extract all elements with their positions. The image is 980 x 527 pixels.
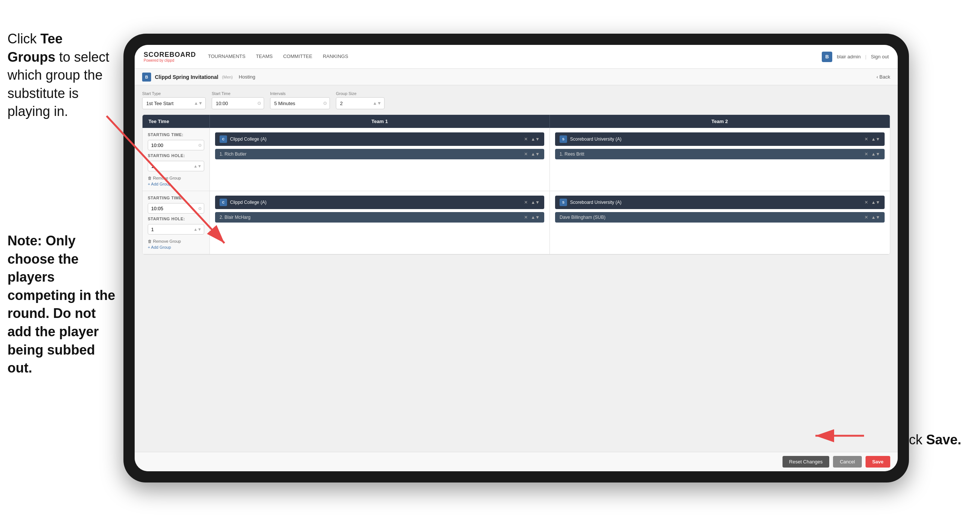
- tee-group-row: STARTING TIME: ⊙ STARTING HOLE: ▲▼: [143, 128, 890, 191]
- col-team1: Team 1: [210, 115, 550, 128]
- logo-title: SCOREBOARD: [144, 51, 196, 58]
- player-name-1-1: 1. Rich Butler: [220, 151, 247, 157]
- team2-name-1: Scoreboard University (A): [570, 137, 621, 142]
- tee-table: Tee Time Team 1 Team 2 STARTING TIME: ⊙: [142, 115, 890, 255]
- team2-name-2: Scoreboard University (A): [570, 200, 621, 205]
- starting-hole-label-1: STARTING HOLE:: [148, 153, 204, 158]
- starting-time-label-2: STARTING TIME:: [148, 196, 204, 200]
- team2-card-2[interactable]: S Scoreboard University (A) ✕ ▲▼: [555, 196, 885, 209]
- nav-rankings[interactable]: RANKINGS: [323, 52, 348, 61]
- instruction-text: Click Tee Groups to select which group t…: [0, 30, 120, 121]
- player-chevron-icon-1-2: ▲▼: [531, 215, 540, 220]
- cancel-button[interactable]: Cancel: [833, 456, 861, 468]
- player-row-right-2-2: ✕ ▲▼: [864, 215, 880, 220]
- nav-signout[interactable]: Sign out: [871, 54, 889, 59]
- reset-changes-button[interactable]: Reset Changes: [783, 456, 830, 468]
- team1-name-1: Clippd College (A): [230, 137, 266, 142]
- nav-items: TOURNAMENTS TEAMS COMMITTEE RANKINGS: [208, 52, 822, 61]
- team2-remove-icon-2[interactable]: ✕: [864, 200, 868, 205]
- team1-chevron-icon-2: ▲▼: [531, 200, 540, 205]
- team2-chevron-icon-1: ▲▼: [871, 137, 880, 142]
- player-row-right-2-1: ✕ ▲▼: [864, 151, 880, 157]
- starting-time-label-1: STARTING TIME:: [148, 132, 204, 137]
- note-prefix: Note:: [8, 233, 46, 248]
- team1-avatar-2: C: [220, 199, 227, 206]
- tee-group-left-1: STARTING TIME: ⊙ STARTING HOLE: ▲▼: [143, 128, 210, 191]
- tee-group-team2-1: S Scoreboard University (A) ✕ ▲▼ 1. Rees…: [550, 128, 890, 191]
- remove-group-button-1[interactable]: 🗑 Remove Group: [148, 176, 204, 180]
- subnav-back[interactable]: Back: [877, 74, 890, 80]
- nav-divider: |: [865, 54, 866, 59]
- start-time-input[interactable]: [212, 97, 264, 109]
- tee-group-row-2: STARTING TIME: ⊙ STARTING HOLE: ▲▼: [143, 191, 890, 254]
- tee-table-header: Tee Time Team 1 Team 2: [143, 115, 890, 128]
- team2-remove-icon-1[interactable]: ✕: [864, 137, 868, 142]
- team1-card-left-1: C Clippd College (A): [220, 135, 266, 143]
- team2-card-1[interactable]: S Scoreboard University (A) ✕ ▲▼: [555, 132, 885, 146]
- tablet-screen: SCOREBOARD Powered by clippd TOURNAMENTS…: [135, 45, 898, 471]
- player-remove-icon-1-2[interactable]: ✕: [524, 215, 528, 220]
- team1-name-2: Clippd College (A): [230, 200, 266, 205]
- hole-chevron-icon-2: ▲▼: [193, 227, 202, 231]
- start-type-label: Start Type: [142, 91, 206, 96]
- intervals-input[interactable]: [270, 97, 330, 109]
- time-clock-icon-1: ⊙: [198, 143, 202, 148]
- remove-group-button-2[interactable]: 🗑 Remove Group: [148, 239, 204, 244]
- team1-card-1[interactable]: C Clippd College (A) ✕ ▲▼: [215, 132, 544, 146]
- team1-card-left-2: C Clippd College (A): [220, 199, 266, 206]
- player-chevron-icon-2-1: ▲▼: [871, 151, 880, 157]
- team2-avatar-1: S: [560, 135, 567, 143]
- nav-committee[interactable]: COMMITTEE: [283, 52, 312, 61]
- player-remove-icon-2-1[interactable]: ✕: [864, 151, 868, 157]
- tee-group-team1-2: C Clippd College (A) ✕ ▲▼ 2. Blair McHar…: [210, 191, 550, 254]
- subnav-left: B Clippd Spring Invitational (Men) Hosti…: [142, 73, 255, 81]
- team2-card-left-1: S Scoreboard University (A): [560, 135, 621, 143]
- player-chevron-icon-1-1: ▲▼: [531, 151, 540, 157]
- add-group-button-1[interactable]: + Add Group: [148, 182, 204, 186]
- player-remove-icon-1-1[interactable]: ✕: [524, 151, 528, 157]
- team1-card-right-2: ✕ ▲▼: [524, 200, 540, 205]
- time-clock-icon-2: ⊙: [198, 206, 202, 211]
- team1-remove-icon-1[interactable]: ✕: [524, 137, 528, 142]
- player-name-1-2: 2. Blair McHarg: [220, 215, 251, 220]
- subnav-title: Clippd Spring Invitational: [155, 74, 218, 80]
- start-type-field: Start Type ▲▼: [142, 91, 206, 109]
- team1-card-2[interactable]: C Clippd College (A) ✕ ▲▼: [215, 196, 544, 209]
- col-tee-time: Tee Time: [143, 115, 210, 128]
- group-size-input[interactable]: [336, 97, 385, 109]
- add-group-button-2[interactable]: + Add Group: [148, 245, 204, 250]
- note-text: Note: Only choose the players competing …: [0, 232, 123, 377]
- player-row-1-2[interactable]: 2. Blair McHarg ✕ ▲▼: [215, 212, 544, 223]
- team1-avatar-1: C: [220, 135, 227, 143]
- team1-chevron-icon-1: ▲▼: [531, 137, 540, 142]
- team2-card-right-1: ✕ ▲▼: [864, 137, 880, 142]
- player-name-2-1: 1. Rees Britt: [560, 151, 584, 157]
- starting-hole-label-2: STARTING HOLE:: [148, 217, 204, 221]
- logo-sub: Powered by clippd: [144, 59, 196, 62]
- save-button[interactable]: Save: [865, 456, 890, 468]
- player-row-1-1[interactable]: 1. Rich Butler ✕ ▲▼: [215, 149, 544, 159]
- player-row-2-2[interactable]: Dave Billingham (SUB) ✕ ▲▼: [555, 212, 885, 223]
- subnav-avatar: B: [142, 73, 151, 81]
- team2-card-left-2: S Scoreboard University (A): [560, 199, 621, 206]
- subnav-tag: (Men): [222, 75, 233, 79]
- nav-teams[interactable]: TEAMS: [256, 52, 273, 61]
- start-type-input[interactable]: [142, 97, 206, 109]
- player-row-right-1-1: ✕ ▲▼: [524, 151, 540, 157]
- player-remove-icon-2-2[interactable]: ✕: [864, 215, 868, 220]
- note-bold: Only choose the players competing in the…: [8, 233, 115, 376]
- starting-time-input-1[interactable]: [148, 140, 204, 150]
- player-row-2-1[interactable]: 1. Rees Britt ✕ ▲▼: [555, 149, 885, 159]
- team1-remove-icon-2[interactable]: ✕: [524, 200, 528, 205]
- team2-chevron-icon-2: ▲▼: [871, 200, 880, 205]
- start-time-label: Start Time: [212, 91, 264, 96]
- click-save-bold: Save.: [926, 432, 961, 447]
- subnav-hosting: Hosting: [239, 74, 255, 80]
- tee-group-left-2: STARTING TIME: ⊙ STARTING HOLE: ▲▼: [143, 191, 210, 254]
- hole-chevron-icon-1: ▲▼: [193, 164, 202, 168]
- main-content: Start Type ▲▼ Start Time ⊙ Intervals: [135, 85, 898, 452]
- starting-time-input-2[interactable]: [148, 203, 204, 213]
- team1-card-right-1: ✕ ▲▼: [524, 137, 540, 142]
- nav-user-avatar: B: [822, 52, 832, 62]
- nav-tournaments[interactable]: TOURNAMENTS: [208, 52, 245, 61]
